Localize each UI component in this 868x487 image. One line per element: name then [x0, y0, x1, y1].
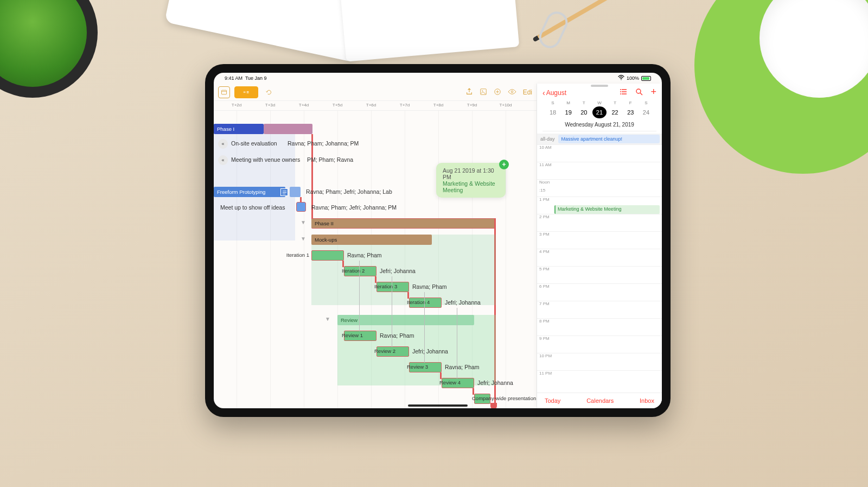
calendar-dates-row: 18 19 20 21 22 23 24 [542, 106, 656, 121]
meetup-label[interactable]: Meet up to show off ideas [220, 204, 285, 211]
calendar-date-full: Wednesday August 21, 2019 [542, 121, 656, 131]
app-toolbar: Edi [214, 84, 537, 101]
search-icon[interactable] [635, 88, 643, 97]
mockups-bar[interactable]: Mock-ups [311, 235, 432, 245]
undo-button[interactable] [263, 86, 275, 98]
tablet-screen: 9:41 AM Tue Jan 9 100% [214, 73, 662, 408]
add-button[interactable] [494, 88, 501, 97]
tick: T+9d [467, 103, 477, 107]
svg-rect-1 [244, 91, 246, 92]
venue-label[interactable]: Meeting with venue owners [231, 156, 300, 163]
view-toggle-button[interactable] [234, 86, 258, 98]
share-button[interactable] [465, 88, 473, 97]
tick: T+5d [333, 103, 342, 107]
date-cell[interactable]: 18 [546, 106, 560, 118]
calendar-day-scroll[interactable]: 10 AM 11 AM Noon :15 1 PM 2 PM 3 PM 4 PM… [537, 144, 662, 393]
status-time-date: 9:41 AM Tue Jan 9 [225, 75, 267, 81]
event-popover[interactable]: Aug 21 2019 at 1:30 PM Marketing & Websi… [436, 163, 506, 198]
phase1-label: Phase I [217, 126, 234, 132]
panel-grabber[interactable] [591, 85, 608, 87]
edit-label[interactable]: Edi [523, 88, 532, 96]
freeform-res: Ravna; Pham; Jefri; Johanna; Lab [306, 188, 392, 195]
phase1-bar[interactable]: Phase I [214, 124, 264, 134]
svg-rect-0 [222, 90, 227, 94]
rev4-res: Jefri; Johanna [477, 380, 513, 386]
tick: T+3d [265, 103, 275, 107]
home-indicator[interactable] [408, 404, 468, 407]
view-button[interactable] [508, 88, 516, 97]
onsite-label[interactable]: On-site evaluation [231, 140, 277, 147]
svg-point-9 [620, 89, 621, 90]
freeform-ext[interactable] [290, 187, 301, 197]
list-icon[interactable] [620, 88, 628, 97]
phase1-ext-bar[interactable] [264, 124, 312, 134]
gantt-end-marker [490, 403, 497, 408]
date-cell-selected[interactable]: 21 [592, 106, 607, 118]
tick: T+7d [400, 103, 410, 107]
status-bar: 9:41 AM Tue Jan 9 100% [214, 73, 662, 84]
onsite-res: Ravna; Pham; Johanna; PM [288, 140, 359, 147]
popover-title: Marketing & Website Meeting [443, 180, 499, 193]
allday-label: all-day [537, 135, 558, 143]
phase2-bar[interactable]: Phase II [311, 218, 496, 229]
iter1-label[interactable]: Iteration 1 [286, 252, 309, 258]
review-header-bar[interactable]: Review [337, 315, 474, 325]
calendar-back-button[interactable]: ‹August [542, 88, 566, 97]
battery-text: 100% [627, 75, 639, 81]
rev3-res: Ravna; Pham [445, 364, 480, 370]
inbox-button[interactable]: Inbox [640, 397, 654, 404]
iter1-res: Ravna; Pham [347, 252, 382, 258]
phase2-label: Phase II [315, 220, 334, 226]
tick: T+6d [366, 103, 376, 107]
tick: T+8d [433, 103, 443, 107]
tick: T+4d [299, 103, 309, 107]
tick: T+10d [500, 103, 512, 107]
freeform-bar[interactable]: Freeform Prototyping [214, 187, 285, 197]
calendar-event[interactable]: Marketing & Website Meeting [554, 205, 660, 214]
connector-line [300, 197, 302, 203]
allday-event[interactable]: Massive apartment cleanup! [558, 135, 660, 143]
venue-res: PM; Pham; Ravna [307, 156, 353, 163]
calendars-button[interactable]: Calendars [586, 397, 614, 404]
task-overflow-back[interactable]: « [218, 139, 228, 149]
date-cell[interactable]: 22 [608, 106, 622, 118]
iter1-bar[interactable] [311, 250, 344, 261]
popover-when: Aug 21 2019 at 1:30 PM [443, 167, 499, 180]
meetup-res: Ravna; Pham; Jefri; Johanna; PM [311, 204, 397, 211]
expand-icon[interactable]: ▼ [301, 236, 306, 242]
desk-plant [0, 0, 98, 98]
mockups-label: Mock-ups [315, 237, 337, 243]
image-button[interactable] [480, 88, 487, 97]
review-label: Review [341, 317, 358, 323]
gantt-app: Edi T+2d T+3d T+4d T+5d T+6d T+7d T+8d T… [214, 84, 537, 408]
calendar-bottom-bar: Today Calendars Inbox [537, 393, 662, 408]
freeform-label: Freeform Prototyping [217, 189, 265, 195]
status-right: 100% [618, 75, 651, 81]
gantt-area[interactable]: Phase I « On-site evaluation Ravna; Pham… [214, 111, 537, 408]
add-event-icon[interactable]: + [650, 88, 656, 97]
svg-rect-2 [244, 92, 246, 93]
popover-add-icon[interactable]: + [499, 160, 509, 169]
calendar-panel: ‹August + SMTWTFS 18 19 20 21 22 [537, 84, 662, 408]
allday-row: all-day Massive apartment cleanup! [537, 134, 662, 144]
task-overflow-back[interactable]: « [218, 155, 228, 165]
meetup-milestone[interactable] [296, 202, 306, 212]
notes-icon[interactable] [280, 188, 288, 196]
svg-point-11 [620, 93, 621, 94]
expand-icon[interactable]: ▼ [325, 316, 330, 322]
documents-button[interactable] [218, 86, 230, 98]
today-button[interactable]: Today [545, 397, 560, 404]
svg-point-10 [620, 91, 621, 92]
date-cell[interactable]: 20 [577, 106, 591, 118]
date-cell[interactable]: 19 [561, 106, 576, 118]
expand-icon[interactable]: ▼ [301, 219, 306, 225]
battery-icon [641, 76, 651, 81]
calendar-dow-header: SMTWTFS [542, 97, 656, 106]
connector-line [311, 134, 313, 227]
date-cell[interactable]: 23 [623, 106, 637, 118]
tablet-device: 9:41 AM Tue Jan 9 100% [205, 64, 671, 417]
svg-point-8 [511, 91, 513, 93]
svg-point-12 [636, 89, 641, 93]
tick: T+2d [232, 103, 241, 107]
date-cell[interactable]: 24 [639, 106, 653, 118]
